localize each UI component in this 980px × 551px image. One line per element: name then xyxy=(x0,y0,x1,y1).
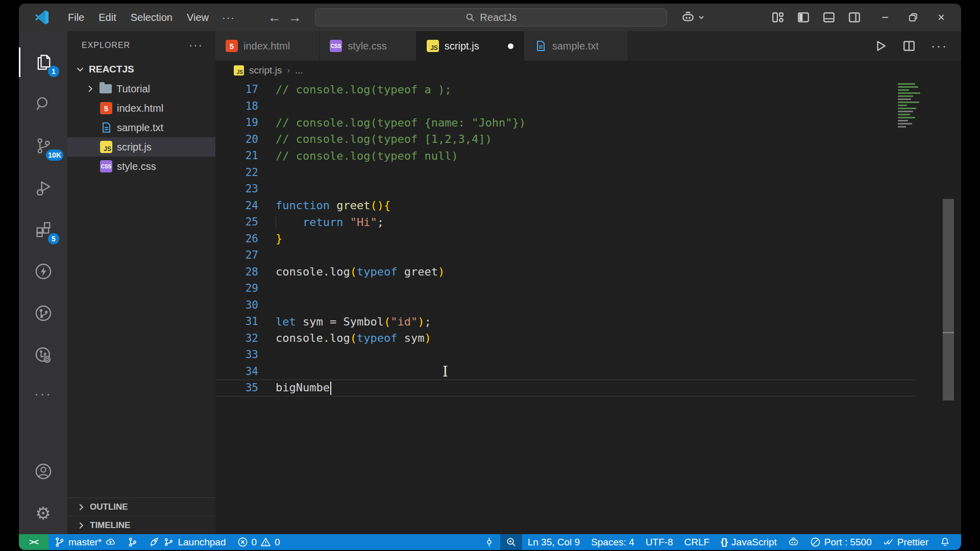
customize-layout-icon[interactable] xyxy=(771,11,785,24)
activity-thunder-client[interactable] xyxy=(19,251,67,292)
line-number: 33 xyxy=(215,348,258,361)
tab-style-css[interactable]: CSS style.css xyxy=(320,31,416,61)
tab-index-html[interactable]: 5 index.html xyxy=(215,31,320,61)
back-arrow-icon[interactable]: ← xyxy=(268,11,281,24)
double-check-icon xyxy=(883,537,894,547)
code-line-33[interactable]: 33 xyxy=(215,346,915,363)
activity-git-graph[interactable] xyxy=(19,292,67,334)
eol-status[interactable]: CRLF xyxy=(678,534,715,550)
code-line-32[interactable]: 32console.log(typeof sym) xyxy=(215,330,915,347)
language-status[interactable]: {} JavaScript xyxy=(715,534,782,550)
command-center-search[interactable]: ReactJs xyxy=(315,8,667,27)
modified-dot-icon[interactable] xyxy=(508,43,513,49)
tab-sample-txt[interactable]: sample.txt xyxy=(524,31,628,61)
code-lines: 17// console.log(typeof a );1819// conso… xyxy=(215,81,915,396)
close-icon[interactable]: × xyxy=(938,10,945,24)
menu-view[interactable]: View xyxy=(180,10,216,26)
formatter-status[interactable]: Prettier xyxy=(877,534,934,550)
breadcrumb-more[interactable]: ... xyxy=(295,65,303,76)
tree-item-index-html[interactable]: 5 index.html xyxy=(67,98,215,118)
tree-item-style-css[interactable]: CSS style.css xyxy=(67,157,215,176)
source-control-badge: 10K xyxy=(46,149,63,161)
code-line-28[interactable]: 28console.log(typeof greet) xyxy=(215,264,915,281)
code-line-20[interactable]: 20// console.log(typeof [1,2,3,4]) xyxy=(215,131,915,148)
activity-git-history[interactable] xyxy=(19,334,67,376)
encoding-status[interactable]: UTF-8 xyxy=(640,534,679,550)
git-graph-status[interactable] xyxy=(121,534,143,550)
copilot-menu[interactable] xyxy=(681,11,705,24)
minimize-icon[interactable]: − xyxy=(881,10,889,24)
menu-edit[interactable]: Edit xyxy=(91,10,123,26)
code-line-23[interactable]: 23 xyxy=(215,181,915,197)
activity-explorer[interactable]: 1 xyxy=(19,41,67,83)
lightning-circle-icon xyxy=(34,262,53,281)
notifications-status[interactable] xyxy=(934,534,956,550)
run-file-icon[interactable] xyxy=(874,39,887,53)
code-line-31[interactable]: 31let sym = Symbol("id"); xyxy=(215,313,915,330)
minimap[interactable] xyxy=(898,83,927,129)
code-line-19[interactable]: 19// console.log(typeof {name: "John"}) xyxy=(215,114,915,131)
tree-item-label: Tutorial xyxy=(116,83,150,95)
code-line-18[interactable]: 18 xyxy=(215,98,915,115)
breadcrumb-file[interactable]: script.js xyxy=(249,65,282,76)
section-timeline[interactable]: TIMELINE xyxy=(67,516,215,534)
line-text: let sym = Symbol("id"); xyxy=(276,315,431,328)
activity-run-debug[interactable] xyxy=(19,167,67,209)
tree-item-sample-txt[interactable]: sample.txt xyxy=(67,118,215,137)
code-line-21[interactable]: 21// console.log(typeof null) xyxy=(215,147,915,164)
zoom-status[interactable] xyxy=(500,534,522,550)
code-line-30[interactable]: 30 xyxy=(215,297,915,314)
code-line-24[interactable]: 24function greet(){ xyxy=(215,197,915,214)
tree-item-tutorial[interactable]: Tutorial xyxy=(67,79,215,98)
restore-icon[interactable] xyxy=(908,12,918,22)
line-text: console.log(typeof sym) xyxy=(276,332,431,344)
forward-arrow-icon[interactable]: → xyxy=(288,11,302,24)
toggle-panel-icon[interactable] xyxy=(822,11,836,24)
breadcrumb[interactable]: JS script.js › ... xyxy=(215,61,961,80)
toggle-primary-sidebar-icon[interactable] xyxy=(797,11,810,24)
activity-accounts[interactable] xyxy=(19,450,67,492)
explorer-more-icon[interactable]: ··· xyxy=(189,39,203,52)
activity-more[interactable]: ··· xyxy=(19,376,67,412)
code-line-26[interactable]: 26} xyxy=(215,231,915,247)
remote-indicator[interactable]: >< xyxy=(19,534,48,550)
activity-source-control[interactable]: 10K xyxy=(19,125,67,167)
line-number: 32 xyxy=(215,332,258,344)
activity-search[interactable] xyxy=(19,83,67,125)
indentation-status[interactable]: Spaces: 4 xyxy=(585,534,640,550)
toggle-secondary-sidebar-icon[interactable] xyxy=(848,11,861,24)
activity-extensions[interactable]: 5 xyxy=(19,209,67,251)
encoding-label: UTF-8 xyxy=(646,537,673,548)
code-line-27[interactable]: 27 xyxy=(215,247,915,264)
menu-more-icon[interactable]: ··· xyxy=(216,10,241,26)
menu-selection[interactable]: Selection xyxy=(124,10,180,26)
split-editor-icon[interactable] xyxy=(902,39,916,53)
code-line-25[interactable]: 25 return "Hi"; xyxy=(215,214,915,231)
tab-script-js[interactable]: JS script.js xyxy=(416,31,524,61)
code-editor[interactable]: 17// console.log(typeof a );1819// conso… xyxy=(215,80,961,534)
tree-item-script-js[interactable]: JS script.js xyxy=(67,137,215,157)
cursor-position[interactable]: Ln 35, Col 9 xyxy=(522,534,585,550)
commit-status[interactable] xyxy=(478,534,500,550)
code-line-35[interactable]: 35bigNumbe xyxy=(215,380,915,396)
problems-status[interactable]: 0 0 xyxy=(232,534,286,550)
code-line-22[interactable]: 22 xyxy=(215,164,915,181)
launchpad-status[interactable]: Launchpad xyxy=(143,534,231,550)
status-bar: >< master* xyxy=(19,534,961,550)
copilot-status[interactable] xyxy=(782,534,804,550)
live-server-port[interactable]: Port : 5500 xyxy=(804,534,877,550)
section-outline[interactable]: OUTLINE xyxy=(67,497,215,516)
activity-settings[interactable]: ⚙ xyxy=(19,492,67,534)
branch-indicator[interactable]: master* xyxy=(48,534,121,550)
vertical-scrollbar[interactable] xyxy=(943,199,954,400)
menu-bar: File Edit Selection View ··· xyxy=(61,10,241,26)
tree-root-reactjs[interactable]: REACTJS xyxy=(67,60,215,79)
code-line-29[interactable]: 29 xyxy=(215,280,915,297)
account-icon xyxy=(34,462,53,481)
more-actions-icon[interactable]: ··· xyxy=(931,39,948,53)
menu-file[interactable]: File xyxy=(61,10,91,26)
branch-small-icon xyxy=(163,537,174,547)
code-line-17[interactable]: 17// console.log(typeof a ); xyxy=(215,81,915,98)
line-number: 35 xyxy=(215,382,258,394)
code-line-34[interactable]: 34 xyxy=(215,363,915,380)
